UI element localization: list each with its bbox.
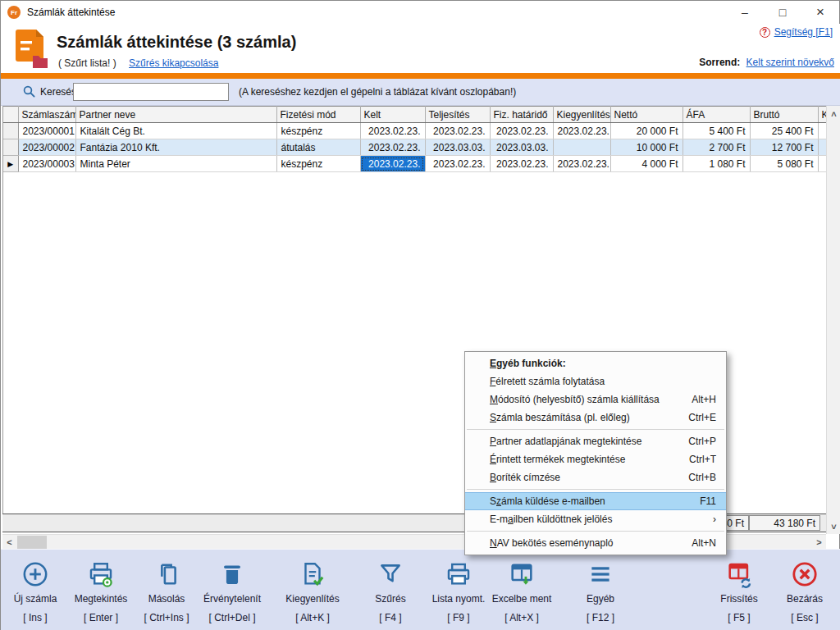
toolbar-button-egyeb[interactable]: Egyéb[ F12 ] <box>568 558 633 623</box>
accent-divider <box>1 73 840 79</box>
menu-item-szamla-beszamitasa[interactable]: Számla beszámítása (pl. előleg)Ctrl+E <box>465 409 726 427</box>
menu-item-felretett-szamla-folytatasa[interactable]: Félretett számla folytatása <box>465 372 726 390</box>
menu-item-partner-adatlap-megtekintese[interactable]: Partner adatlapjának megtekintéseCtrl+P <box>465 432 726 450</box>
toolbar-button-label: Lista nyomt. <box>426 593 491 605</box>
column-header[interactable]: Számlaszám <box>18 107 75 123</box>
horizontal-scroll-thumb[interactable] <box>17 536 47 549</box>
maximize-button[interactable]: □ <box>764 1 801 24</box>
table-cell[interactable]: Fantázia 2010 Kft. <box>75 139 276 156</box>
toolbar-button-kiegyenlites[interactable]: Kiegyenlítés[ Alt+K ] <box>280 558 345 623</box>
search-icon <box>23 85 35 98</box>
help-link[interactable]: Segítség [F1] <box>774 26 833 38</box>
table-cell[interactable] <box>553 139 610 156</box>
copy-icon <box>134 558 199 591</box>
table-cell[interactable]: 2023.02.23. <box>553 123 610 139</box>
column-header[interactable]: Nettó <box>610 107 682 123</box>
toolbar-button-uj-szamla[interactable]: Új számla[ Ins ] <box>2 558 68 623</box>
menu-item-nav-bekotes-esemenynaplo[interactable]: NAV bekötés eseménynaplóAlt+N <box>465 534 726 552</box>
toolbar-button-ervenytelenit[interactable]: Érvénytelenít[ Ctrl+Del ] <box>199 558 265 623</box>
app-icon: Fr <box>7 6 21 19</box>
table-cell[interactable]: 25 400 Ft <box>750 123 818 139</box>
vertical-scrollbar[interactable]: ˄ ˅ <box>826 106 840 534</box>
toolbar-button-szures[interactable]: Szűrés[ F4 ] <box>358 558 423 623</box>
table-cell[interactable] <box>818 156 826 172</box>
table-row[interactable]: 2023/00001Kitalált Cég Bt.készpénz2023.0… <box>3 123 826 139</box>
column-header[interactable]: Fiz. határidő <box>490 107 553 123</box>
menu-item-label: E-mailben küldöttnek jelölés <box>490 510 703 528</box>
table-cell[interactable]: 2023.02.23. <box>360 123 425 139</box>
table-cell[interactable]: Minta Péter <box>75 156 276 172</box>
column-header[interactable]: Kelt <box>360 107 425 123</box>
table-refresh-icon <box>706 558 772 591</box>
toolbar-button-label: Frissítés <box>706 593 772 605</box>
column-header[interactable]: Kiegyenlítés <box>553 107 610 123</box>
row-indicator-header <box>3 107 18 123</box>
menu-separator <box>467 429 724 430</box>
toolbar-button-shortcut: [ Esc ] <box>772 612 838 623</box>
scroll-right-icon[interactable]: > <box>812 535 826 550</box>
table-cell[interactable]: 1 080 Ft <box>682 156 750 172</box>
minimize-button[interactable]: – <box>726 1 764 24</box>
table-cell[interactable]: 2023.02.23. <box>490 123 553 139</box>
table-cell[interactable]: 2023.02.23. <box>553 156 610 172</box>
menu-item-szamla-kuldese-emailben[interactable]: Számla küldése e-mailbenF11 <box>465 492 726 510</box>
menu-item-emailben-kuldottnek-jeloles[interactable]: E-mailben küldöttnek jelölés› <box>465 510 726 528</box>
menu-separator <box>467 531 724 532</box>
menu-item-erintett-termekek-megtekintese[interactable]: Érintett termékek megtekintéseCtrl+T <box>465 450 726 468</box>
table-cell[interactable]: 2023.02.23. <box>490 156 553 172</box>
table-cell[interactable]: 20 000 Ft <box>610 123 682 139</box>
toolbar-button-masolas[interactable]: Másolás[ Ctrl+Ins ] <box>134 558 199 623</box>
table-cell[interactable]: 2023/00001 <box>18 123 75 139</box>
table-row[interactable]: 2023/00002Fantázia 2010 Kft.átutalás2023… <box>3 139 826 156</box>
toolbar-button-excelbe-ment[interactable]: Excelbe ment[ Alt+X ] <box>489 558 555 623</box>
menu-item-modosito-szamla-kiallitasa[interactable]: Módosító (helyesbítő) számla kiállításaA… <box>465 390 726 409</box>
table-cell[interactable]: 12 700 Ft <box>750 139 818 156</box>
table-cell[interactable]: átutalás <box>276 139 360 156</box>
sort-link[interactable]: Kelt szerint növekvő <box>746 57 834 68</box>
column-header[interactable]: Partner neve <box>75 107 276 123</box>
selected-cell[interactable]: 2023.02.23. <box>360 156 425 172</box>
table-cell[interactable]: 2023.03.03. <box>425 139 490 156</box>
table-cell[interactable]: 10 000 Ft <box>610 139 682 156</box>
column-header[interactable]: Bruttó <box>750 107 818 123</box>
toolbar-button-bezaras[interactable]: Bezárás[ Esc ] <box>772 558 838 623</box>
table-cell[interactable]: 2023.02.23. <box>425 156 490 172</box>
table-cell[interactable] <box>818 139 826 156</box>
row-indicator[interactable] <box>3 139 18 156</box>
table-cell[interactable]: Kitalált Cég Bt. <box>75 123 276 139</box>
menu-item-boritek-cimzese[interactable]: Boríték címzéseCtrl+B <box>465 468 726 486</box>
column-header[interactable]: Teljesítés <box>425 107 490 123</box>
toolbar-button-megtekintes[interactable]: Megtekintés[ Enter ] <box>68 558 134 623</box>
column-header[interactable]: K <box>818 107 826 123</box>
table-cell[interactable]: 2023/00003 <box>18 156 75 172</box>
search-bar: Keresés: (A kereséshez kezdjen el gépeln… <box>1 79 840 106</box>
table-cell[interactable]: 2023.02.23. <box>360 139 425 156</box>
table-cell[interactable] <box>818 123 826 139</box>
table-cell[interactable]: 4 000 Ft <box>610 156 682 172</box>
scroll-left-icon[interactable]: < <box>2 535 16 550</box>
search-input[interactable] <box>73 83 229 101</box>
scroll-down-icon[interactable]: ˅ <box>827 519 840 533</box>
column-header[interactable]: Fizetési mód <box>276 107 360 123</box>
toolbar-button-lista-nyomt[interactable]: Lista nyomt.[ F9 ] <box>426 558 491 623</box>
toolbar-button-frissites[interactable]: Frissítés[ F5 ] <box>706 558 772 623</box>
table-cell[interactable]: 5 080 Ft <box>750 156 818 172</box>
table-cell[interactable]: 5 400 Ft <box>682 123 750 139</box>
menu-item-shortcut: F11 <box>700 493 716 509</box>
table-cell[interactable]: 2023/00002 <box>18 139 75 156</box>
column-header[interactable]: ÁFA <box>682 107 750 123</box>
table-cell[interactable]: 2023.02.23. <box>425 123 490 139</box>
current-row-pointer[interactable]: ▶ <box>3 156 18 172</box>
page-title: Számlák áttekintése (3 számla) <box>57 33 296 52</box>
table-cell[interactable]: készpénz <box>276 156 360 172</box>
filter-off-link[interactable]: Szűrés kikapcsolása <box>129 57 218 69</box>
row-indicator[interactable] <box>3 123 18 139</box>
table-cell[interactable]: 2023.03.03. <box>490 139 553 156</box>
close-button[interactable]: × <box>801 1 839 24</box>
table-cell[interactable]: 2 700 Ft <box>682 139 750 156</box>
toolbar-button-label: Új számla <box>2 593 68 605</box>
table-row[interactable]: ▶2023/00003Minta Péterkészpénz2023.02.23… <box>3 156 826 172</box>
table-cell[interactable]: készpénz <box>276 123 360 139</box>
scroll-up-icon[interactable]: ˄ <box>827 107 840 121</box>
menu-item-label: Egyéb funkciók: <box>490 354 706 372</box>
